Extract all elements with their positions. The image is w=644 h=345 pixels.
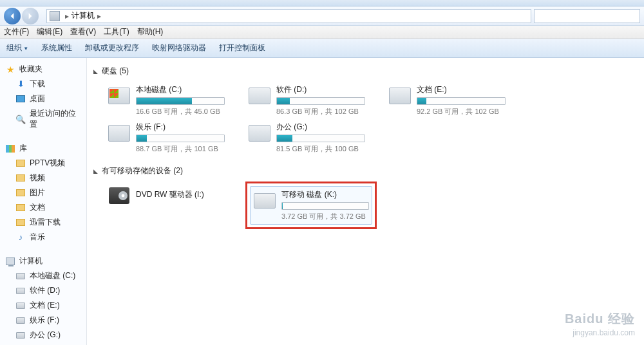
sidebar-item-drive-c[interactable]: 本地磁盘 (C:) — [0, 268, 86, 283]
sidebar-item-drive-e[interactable]: 文档 (E:) — [0, 298, 86, 313]
search-box[interactable] — [534, 9, 640, 23]
sidebar-item-label: 文档 — [30, 202, 45, 213]
hdd-icon — [15, 286, 26, 296]
drive-label: 可移动 磁盘 (K:) — [281, 189, 369, 200]
section-title: 有可移动存储的设备 (2) — [102, 165, 183, 176]
dvd-icon — [108, 184, 131, 207]
drive-d[interactable]: 软件 (D:) 86.3 GB 可用，共 102 GB — [245, 82, 368, 119]
drive-k[interactable]: 可移动 磁盘 (K:) 3.72 GB 可用，共 3.72 GB — [250, 186, 372, 225]
sidebar-label: 收藏夹 — [19, 64, 43, 75]
sidebar-item-label: 办公 (G:) — [30, 330, 61, 340]
cmd-system-props[interactable]: 系统属性 — [41, 42, 72, 53]
watermark-url: jingyan.baidu.com — [565, 328, 635, 339]
sidebar-item-documents[interactable]: 文档 — [0, 200, 86, 215]
hdd-icon — [248, 122, 271, 145]
cmd-uninstall[interactable]: 卸载或更改程序 — [85, 42, 139, 53]
computer-icon — [5, 256, 15, 266]
sidebar-item-pptv[interactable]: PPTV视频 — [0, 156, 86, 171]
hdd-icon — [248, 84, 271, 107]
menu-file[interactable]: 文件(F) — [4, 26, 29, 37]
sidebar-item-drive-k[interactable]: 可移动 磁盘 (K:) — [0, 342, 86, 345]
nav-bar: ▸ 计算机 ▸ — [0, 6, 644, 26]
drive-stat: 81.5 GB 可用，共 100 GB — [276, 144, 365, 154]
sidebar-item-label: 娱乐 (F:) — [30, 315, 59, 326]
address-bar[interactable]: ▸ 计算机 ▸ — [46, 9, 531, 23]
breadcrumb-location[interactable]: 计算机 — [71, 10, 95, 21]
drive-stat: 88.7 GB 可用，共 101 GB — [136, 144, 225, 154]
breadcrumb-sep: ▸ — [65, 12, 69, 21]
sidebar-item-label: 迅雷下载 — [30, 217, 61, 228]
drive-c[interactable]: 本地磁盘 (C:) 16.6 GB 可用，共 45.0 GB — [105, 82, 227, 119]
drive-label: DVD RW 驱动器 (I:) — [136, 189, 225, 200]
sidebar-item-pictures[interactable]: 图片 — [0, 185, 86, 200]
sidebar-item-downloads[interactable]: ⬇下载 — [0, 77, 86, 91]
drive-label: 本地磁盘 (C:) — [136, 84, 225, 95]
sidebar-item-label: 最近访问的位置 — [30, 108, 81, 130]
drive-label: 娱乐 (F:) — [136, 122, 225, 133]
music-icon: ♪ — [15, 232, 26, 243]
navigation-pane: ★ 收藏夹 ⬇下载 桌面 🔍最近访问的位置 库 PPTV视频 视频 图片 文档 … — [0, 58, 87, 345]
folder-icon — [15, 188, 26, 198]
watermark-brand: Baidu 经验 — [565, 310, 635, 328]
hdd-icon — [108, 84, 131, 107]
sidebar-item-xunlei[interactable]: 迅雷下载 — [0, 215, 86, 230]
sidebar-favorites-header[interactable]: ★ 收藏夹 — [0, 62, 86, 77]
sidebar-item-label: 软件 (D:) — [30, 285, 60, 296]
cmd-map-drive[interactable]: 映射网络驱动器 — [152, 42, 206, 53]
sidebar-item-recent[interactable]: 🔍最近访问的位置 — [0, 106, 86, 132]
cmd-organize[interactable]: 组织 — [6, 42, 28, 53]
sidebar-item-label: 视频 — [30, 172, 45, 183]
menu-bar: 文件(F) 编辑(E) 查看(V) 工具(T) 帮助(H) — [0, 26, 644, 39]
drive-g[interactable]: 办公 (G:) 81.5 GB 可用，共 100 GB — [245, 119, 368, 156]
capacity-bar — [276, 135, 365, 142]
highlight-annotation: 可移动 磁盘 (K:) 3.72 GB 可用，共 3.72 GB — [245, 182, 377, 229]
menu-tools[interactable]: 工具(T) — [104, 26, 129, 37]
cmd-control-panel[interactable]: 打开控制面板 — [219, 42, 265, 53]
drive-label: 软件 (D:) — [276, 84, 365, 95]
drive-dvd[interactable]: DVD RW 驱动器 (I:) — [105, 182, 227, 229]
recent-icon: 🔍 — [15, 114, 26, 124]
drive-stat: 86.3 GB 可用，共 102 GB — [276, 107, 365, 117]
sidebar-item-label: 图片 — [30, 187, 45, 198]
sidebar-item-label: 下载 — [30, 79, 45, 89]
capacity-bar — [136, 97, 225, 105]
sidebar-item-drive-f[interactable]: 娱乐 (F:) — [0, 313, 86, 328]
sidebar-item-label: 音乐 — [30, 232, 45, 243]
drive-e[interactable]: 文档 (E:) 92.2 GB 可用，共 102 GB — [386, 82, 508, 119]
window-titlebar — [0, 0, 644, 6]
hdd-icon — [15, 271, 26, 281]
sidebar-item-drive-g[interactable]: 办公 (G:) — [0, 328, 86, 342]
section-removable[interactable]: ◣ 有可移动存储的设备 (2) — [93, 163, 638, 179]
forward-button[interactable] — [22, 8, 39, 24]
removable-drive-icon — [253, 189, 276, 212]
sidebar-computer-header[interactable]: 计算机 — [0, 254, 86, 268]
hdd-icon — [388, 84, 412, 107]
folder-icon — [15, 203, 26, 213]
section-title: 硬盘 (5) — [102, 66, 129, 77]
sidebar-item-videos[interactable]: 视频 — [0, 171, 86, 185]
section-hard-disks[interactable]: ◣ 硬盘 (5) — [93, 63, 638, 79]
library-icon — [5, 144, 15, 154]
capacity-bar — [136, 135, 225, 142]
desktop-icon — [15, 94, 26, 104]
menu-help[interactable]: 帮助(H) — [137, 26, 164, 37]
drive-stat: 16.6 GB 可用，共 45.0 GB — [136, 107, 225, 117]
menu-edit[interactable]: 编辑(E) — [37, 26, 62, 37]
expand-triangle-icon: ◣ — [93, 68, 98, 75]
content-pane: ◣ 硬盘 (5) 本地磁盘 (C:) 16.6 GB 可用，共 45.0 GB … — [87, 58, 644, 345]
capacity-bar — [281, 202, 369, 210]
sidebar-item-music[interactable]: ♪音乐 — [0, 230, 86, 245]
sidebar-item-label: 文档 (E:) — [30, 300, 60, 311]
back-button[interactable] — [4, 8, 21, 24]
hdd-icon — [15, 301, 26, 311]
drive-f[interactable]: 娱乐 (F:) 88.7 GB 可用，共 101 GB — [105, 119, 227, 156]
sidebar-item-label: 桌面 — [30, 93, 45, 104]
folder-icon — [15, 158, 26, 169]
sidebar-item-drive-d[interactable]: 软件 (D:) — [0, 283, 86, 298]
watermark: Baidu 经验 jingyan.baidu.com — [565, 310, 635, 339]
breadcrumb-sep: ▸ — [97, 12, 101, 21]
menu-view[interactable]: 查看(V) — [70, 26, 96, 37]
sidebar-label: 计算机 — [19, 256, 43, 266]
sidebar-libraries-header[interactable]: 库 — [0, 141, 86, 156]
sidebar-item-desktop[interactable]: 桌面 — [0, 91, 86, 106]
